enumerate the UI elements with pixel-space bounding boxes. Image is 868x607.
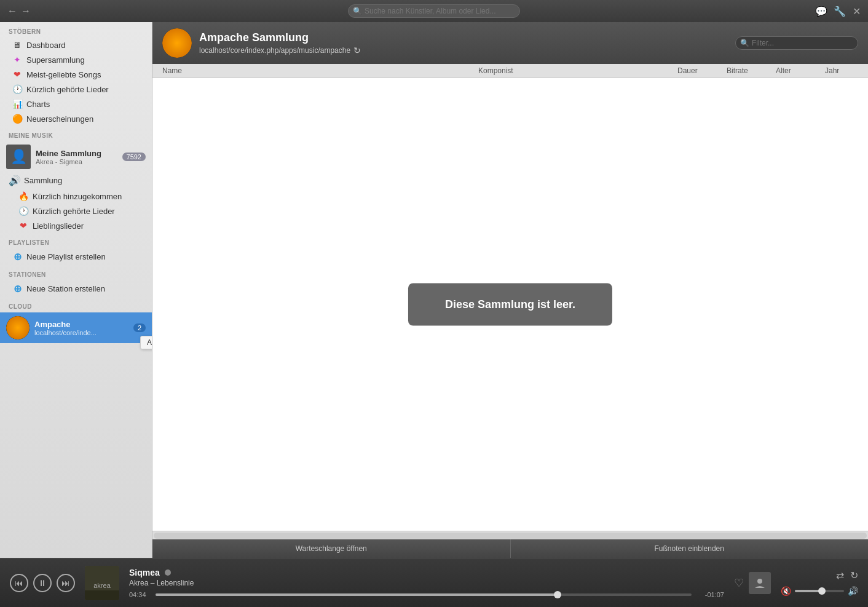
col-age: Alter	[776, 66, 825, 75]
cloud-section-label: CLOUD	[0, 297, 152, 312]
svg-text:akrea: akrea	[93, 582, 111, 589]
pause-button[interactable]: ⏸	[33, 574, 52, 592]
col-bitrate: Bitrate	[727, 66, 776, 75]
search-icon: 🔍	[353, 7, 362, 15]
titlebar-search: 🔍	[348, 4, 520, 18]
sidebar-item-recently-added[interactable]: 🔥 Kürzlich hinzugekommen	[0, 189, 152, 204]
sidebar-item-top-songs[interactable]: ❤ Meist-geliebte Songs	[0, 67, 152, 82]
close-button[interactable]: ✕	[853, 6, 861, 17]
cloud-badge: 2	[133, 323, 146, 332]
playlists-section-label: PLAYLISTEN	[0, 233, 152, 248]
sidebar-item-charts[interactable]: 📊 Charts	[0, 97, 152, 111]
col-duration: Dauer	[677, 66, 727, 75]
collection-title: Ampache Sammlung	[199, 31, 361, 44]
ampache-tooltip: Ampache Sammlung	[140, 336, 152, 349]
collection-url: localhost/core/index.php/apps/music/ampa…	[199, 46, 361, 55]
player-progress-bar[interactable]	[156, 593, 692, 596]
filter-search-icon: 🔍	[740, 39, 749, 47]
sidebar-item-new-releases[interactable]: 🟠 Neuerscheinungen	[0, 111, 152, 126]
recent-played-label: Kürzlich gehörte Lieder	[26, 85, 109, 94]
sidebar-item-new-playlist[interactable]: ⊕ Neue Playlist erstellen	[0, 248, 152, 265]
sammlung-label: Sammlung	[24, 176, 62, 185]
content-header-left: Ampache Sammlung localhost/core/index.ph…	[162, 28, 361, 58]
svg-point-3	[757, 579, 762, 584]
cloud-info: Ampache localhost/core/inde...	[34, 320, 130, 336]
shuffle-icon[interactable]: ⇄	[836, 569, 844, 581]
chat-icon[interactable]: 💬	[815, 6, 827, 17]
new-playlist-label: Neue Playlist erstellen	[26, 252, 106, 261]
recently-added-icon: 🔥	[18, 191, 28, 201]
player-time-remaining: -01:07	[696, 591, 724, 598]
supercollection-icon: ✦	[12, 55, 22, 65]
sidebar-item-supercollection[interactable]: ✦ Supersammlung	[0, 52, 152, 67]
collection-name: Meine Sammlung	[36, 149, 122, 158]
filter-input[interactable]	[735, 36, 858, 50]
browse-section-label: STÖBERN	[0, 22, 152, 38]
player-controls: ⏮ ⏸ ⏭	[10, 574, 75, 592]
nav-forward-button[interactable]: →	[21, 6, 31, 17]
ampache-logo-large	[162, 28, 192, 58]
content-header-icon	[162, 28, 192, 58]
player-song-title: Siqmea	[129, 568, 160, 577]
content-area: Ampache Sammlung localhost/core/index.ph…	[152, 22, 868, 558]
col-year: Jahr	[825, 66, 868, 75]
favorites-label: Lieblingslieder	[33, 221, 84, 231]
player-artist-album: Akrea – Lebenslinie	[129, 579, 724, 587]
dashboard-label: Dashboard	[26, 41, 66, 50]
url-text: localhost/core/index.php/apps/music/ampa…	[199, 46, 350, 55]
open-queue-button[interactable]: Warteschlange öffnen	[152, 539, 511, 558]
top-songs-label: Meist-geliebte Songs	[26, 70, 101, 79]
player-info: Siqmea Akrea – Lebenslinie 04:34 -01:07	[129, 568, 724, 598]
repeat-icon[interactable]: ↻	[850, 569, 858, 581]
player-progress-knob[interactable]	[554, 591, 561, 598]
charts-icon: 📊	[12, 99, 22, 109]
volume-knob[interactable]	[818, 587, 826, 595]
refresh-icon[interactable]: ↻	[353, 46, 361, 55]
prev-button[interactable]: ⏮	[10, 574, 28, 592]
new-station-icon: ⊕	[12, 283, 22, 295]
player-right: ⇄ ↻ 🔇 🔊	[781, 569, 858, 596]
sidebar-item-recently-heard[interactable]: 🕐 Kürzlich gehörte Lieder	[0, 204, 152, 218]
collection-info: Meine Sammlung Akrea - Sigmea	[36, 149, 122, 165]
show-footnotes-button[interactable]: Fußnoten einblenden	[511, 539, 869, 558]
user-button[interactable]	[749, 572, 771, 594]
bottom-bar: Warteschlange öffnen Fußnoten einblenden	[152, 539, 868, 558]
album-art-placeholder: akrea	[85, 566, 119, 600]
player-actions: ♡	[734, 572, 771, 594]
sidebar-item-sammlung[interactable]: 🔊 Sammlung	[0, 172, 152, 189]
sidebar-item-ampache[interactable]: Ampache localhost/core/inde... 2 Ampache…	[0, 312, 152, 343]
scroll-track	[154, 533, 867, 539]
sidebar-item-favorites[interactable]: ❤ Lieblingslieder	[0, 218, 152, 233]
next-button[interactable]: ⏭	[57, 574, 75, 592]
col-composer: Komponist	[478, 66, 677, 75]
horizontal-scrollbar[interactable]	[152, 531, 868, 539]
empty-state-message: Diese Sammlung ist leer.	[408, 284, 612, 326]
sidebar-item-recent-played[interactable]: 🕐 Kürzlich gehörte Lieder	[0, 82, 152, 97]
sidebar-item-my-collection[interactable]: 👤 Meine Sammlung Akrea - Sigmea 7592	[0, 141, 152, 172]
table-header: Name Komponist Dauer Bitrate Alter Jahr	[152, 64, 868, 78]
main-layout: STÖBERN 🖥 Dashboard ✦ Supersammlung ❤ Me…	[0, 22, 868, 558]
volume-mute-icon[interactable]: 🔇	[781, 586, 791, 596]
nav-back-button[interactable]: ←	[7, 6, 17, 17]
collection-badge: 7592	[122, 153, 146, 161]
player-status-indicator	[165, 569, 171, 576]
new-playlist-icon: ⊕	[12, 251, 22, 263]
player-bar: ⏮ ⏸ ⏭ akrea Siqmea Akrea – Lebenslinie 0…	[0, 558, 868, 607]
collection-subtitle: Akrea - Sigmea	[36, 158, 122, 165]
ampache-logo-small	[6, 316, 30, 339]
volume-bar[interactable]	[795, 590, 844, 592]
new-station-label: Neue Station erstellen	[26, 284, 105, 293]
my-music-section-label: MEINE MUSIK	[0, 126, 152, 141]
like-button[interactable]: ♡	[734, 576, 744, 590]
recently-added-label: Kürzlich hinzugekommen	[33, 192, 122, 201]
sidebar-item-dashboard[interactable]: 🖥 Dashboard	[0, 38, 152, 52]
titlebar: ← → 🔍 Sigmea von Akrea – Tomahawk 💬 🔧 ✕	[0, 0, 868, 22]
volume-loud-icon[interactable]: 🔊	[848, 586, 858, 596]
content-header: Ampache Sammlung localhost/core/index.ph…	[152, 22, 868, 64]
player-progress-fill	[156, 593, 558, 596]
player-time-current: 04:34	[129, 591, 151, 598]
sidebar-item-new-station[interactable]: ⊕ Neue Station erstellen	[0, 280, 152, 297]
settings-icon[interactable]: 🔧	[834, 6, 846, 17]
search-input[interactable]	[348, 4, 520, 18]
player-extra-controls: ⇄ ↻	[836, 569, 858, 581]
